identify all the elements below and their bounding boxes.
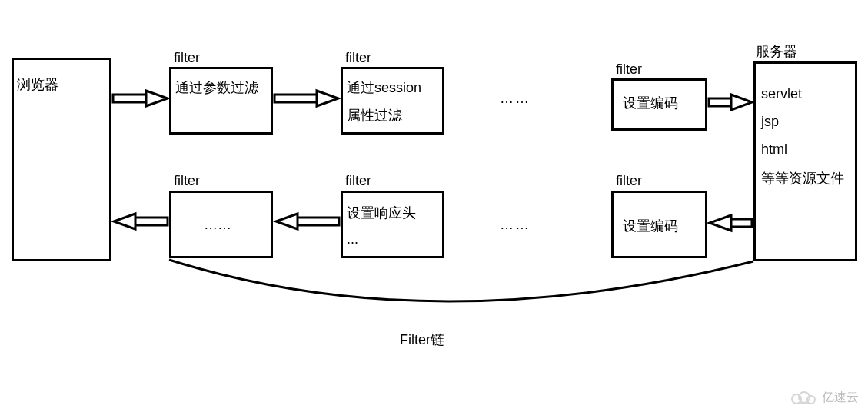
top-filter-label-2: filter (345, 50, 371, 66)
server-line-3: 等等资源文件 (761, 169, 844, 188)
cloud-icon (790, 390, 817, 406)
top-filter-label-3: filter (616, 61, 642, 78)
top-filter-box-1 (169, 67, 273, 135)
bottom-filter-text-2a: 设置响应头 (347, 204, 416, 222)
bottom-filter-box-2 (341, 191, 444, 258)
svg-rect-2 (274, 95, 318, 102)
top-filter-label-1: filter (174, 50, 200, 66)
top-filter-text-3: 设置编码 (623, 94, 678, 112)
svg-marker-9 (276, 214, 298, 229)
watermark-text: 亿速云 (822, 390, 859, 406)
server-title: 服务器 (756, 42, 797, 61)
svg-marker-3 (317, 91, 338, 106)
svg-rect-6 (135, 218, 168, 225)
svg-rect-10 (730, 219, 752, 227)
browser-label: 浏览器 (17, 75, 58, 94)
bottom-filter-label-2: filter (345, 173, 371, 189)
bottom-filter-label-1: filter (174, 173, 200, 189)
svg-marker-11 (710, 215, 731, 231)
bottom-ellipsis: …… (500, 217, 530, 233)
server-line-2: html (761, 141, 787, 158)
svg-rect-4 (709, 98, 732, 106)
server-line-0: servlet (761, 86, 802, 102)
top-ellipsis: …… (500, 91, 530, 107)
top-filter-text-2a: 通过session (347, 78, 421, 97)
svg-marker-1 (146, 91, 168, 106)
svg-rect-0 (113, 95, 147, 102)
top-filter-text-2b: 属性过滤 (347, 106, 402, 125)
bottom-filter-label-3: filter (616, 173, 642, 189)
svg-rect-8 (297, 218, 339, 225)
server-line-1: jsp (761, 114, 779, 130)
watermark: 亿速云 (790, 390, 859, 406)
bottom-filter-text-2b: ... (347, 231, 358, 248)
svg-marker-5 (731, 95, 752, 110)
filter-chain-label: Filter链 (400, 331, 444, 349)
bottom-filter-text-3: 设置编码 (623, 217, 678, 235)
svg-marker-7 (114, 214, 135, 229)
bottom-filter-text-1: …… (204, 217, 231, 233)
top-filter-text-1: 通过参数过滤 (175, 78, 258, 97)
